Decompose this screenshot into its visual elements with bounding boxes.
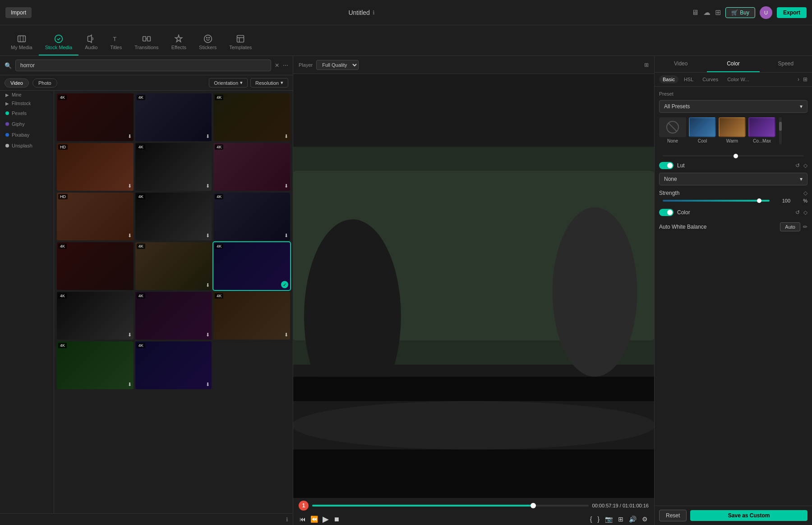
nav-tab-templates[interactable]: Templates: [223, 32, 258, 55]
tab-color[interactable]: Color: [707, 56, 759, 72]
sidebar-item-mine[interactable]: ▶ Mine: [0, 91, 54, 99]
sidebar-item-unsplash[interactable]: Unsplash: [0, 140, 54, 151]
settings-button[interactable]: ⚙: [641, 515, 649, 524]
strength-unit: %: [794, 198, 807, 203]
media-thumb-16[interactable]: 4K ⬇: [57, 341, 134, 389]
title-text: Untitled: [348, 9, 369, 16]
export-button[interactable]: Export: [777, 7, 807, 18]
fullscreen-button[interactable]: ⊞: [617, 515, 624, 524]
save-custom-button[interactable]: Save as Custom: [690, 510, 807, 521]
nav-tab-effects[interactable]: Effects: [165, 32, 193, 55]
progress-thumb[interactable]: [531, 503, 536, 508]
mark-in-button[interactable]: {: [589, 515, 593, 524]
nav-tab-stickers[interactable]: Stickers: [193, 32, 223, 55]
media-thumb-14[interactable]: 4K ⬇: [135, 292, 212, 340]
nav-tab-my-media[interactable]: My Media: [5, 32, 39, 55]
subtab-basic-label: Basic: [663, 77, 675, 82]
media-thumb-10[interactable]: 4K: [57, 242, 134, 290]
rewind-button[interactable]: ⏮: [299, 515, 307, 524]
lut-select[interactable]: None ▾: [659, 173, 807, 185]
nav-tab-transitions[interactable]: Transitions: [128, 32, 165, 55]
info-icon-grid[interactable]: ℹ: [286, 516, 288, 523]
check-icon: ✓: [281, 281, 288, 288]
eyedropper-icon[interactable]: ✏: [803, 224, 807, 230]
sidebar-item-filmstock[interactable]: ▶ Filmstock: [0, 99, 54, 108]
progress-bar[interactable]: [312, 505, 589, 507]
search-clear-icon[interactable]: ✕: [275, 62, 279, 69]
buy-button[interactable]: 🛒 Buy: [725, 7, 755, 18]
titles-icon: T: [111, 34, 120, 43]
share-icon[interactable]: ⊞: [715, 8, 721, 17]
cloud-icon[interactable]: ☁: [703, 8, 710, 17]
nav-tab-titles[interactable]: T Titles: [104, 32, 128, 55]
svg-point-8: [206, 37, 207, 38]
tab-speed[interactable]: Speed: [760, 56, 812, 72]
sidebar-item-pexels[interactable]: Pexels: [0, 108, 54, 119]
step-back-button[interactable]: ⏪: [309, 515, 319, 524]
strength-diamond-icon[interactable]: ◇: [803, 190, 807, 196]
preset-scrollbar[interactable]: [779, 117, 782, 144]
search-input[interactable]: [15, 60, 271, 71]
color-toggle[interactable]: [659, 209, 674, 216]
lut-toggle[interactable]: [659, 162, 674, 169]
subtab-curves[interactable]: Curves: [699, 75, 722, 83]
auto-wb-controls: Auto ✏: [780, 222, 807, 231]
all-presets-dropdown[interactable]: All Presets ▾: [659, 100, 807, 113]
media-thumb-15[interactable]: 4K ⬇: [213, 292, 290, 340]
subtab-basic[interactable]: Basic: [659, 75, 678, 83]
color-reset-icon[interactable]: ↺: [795, 209, 800, 216]
search-more-icon[interactable]: ⋯: [283, 62, 288, 69]
media-thumb-6[interactable]: 4K ⬇: [213, 143, 290, 191]
preset-warm-thumb: [719, 117, 746, 137]
media-thumb-12[interactable]: 4K ✓: [213, 242, 290, 290]
volume-button[interactable]: 🔊: [628, 515, 637, 524]
subtabs-grid-icon[interactable]: ⊞: [803, 76, 807, 83]
preset-cool[interactable]: Cool: [689, 117, 716, 143]
lut-diamond-icon[interactable]: ◇: [803, 162, 807, 169]
subtab-hsl[interactable]: HSL: [680, 75, 697, 83]
sidebar-item-giphy[interactable]: Giphy: [0, 119, 54, 129]
preset-intensity-slider[interactable]: [663, 155, 804, 157]
media-thumb-9[interactable]: 4K ⬇: [213, 193, 290, 240]
media-thumb-1[interactable]: 4K ⬇: [57, 93, 134, 141]
snapshot-button[interactable]: 📷: [604, 515, 614, 524]
badge-4k: 4K: [58, 244, 67, 249]
svg-rect-5: [143, 37, 146, 41]
nav-tab-audio[interactable]: Audio: [78, 32, 104, 55]
photo-filter-button[interactable]: Photo: [32, 78, 57, 88]
import-button[interactable]: Import: [5, 7, 32, 18]
mark-out-button[interactable]: }: [596, 515, 600, 524]
reset-button[interactable]: Reset: [659, 510, 687, 521]
subtabs-chevron-right[interactable]: ›: [798, 76, 799, 83]
stop-button[interactable]: ⏹: [332, 515, 341, 524]
media-thumb-11[interactable]: 4K ⬇: [135, 242, 212, 290]
avatar[interactable]: U: [760, 6, 772, 19]
preset-warm[interactable]: Warm: [719, 117, 746, 143]
lut-toggle-group: Lut: [659, 162, 685, 169]
auto-button[interactable]: Auto: [780, 222, 800, 231]
color-diamond-icon[interactable]: ◇: [803, 209, 807, 216]
lut-reset-icon[interactable]: ↺: [795, 162, 800, 169]
media-thumb-17[interactable]: 4K ⬇: [135, 341, 212, 389]
media-thumb-3[interactable]: 4K ⬇: [213, 93, 290, 141]
nav-tab-stock-media[interactable]: Stock Media: [39, 32, 79, 55]
subtab-colorw[interactable]: Color W...: [724, 75, 752, 83]
monitor-icon[interactable]: 🖥: [692, 9, 699, 17]
tab-video[interactable]: Video: [655, 56, 707, 72]
media-thumb-8[interactable]: 4K ⬇: [135, 193, 212, 240]
sidebar-item-pixabay[interactable]: Pixabay: [0, 129, 54, 140]
crop-icon[interactable]: ⊞: [644, 62, 649, 68]
preset-none[interactable]: None: [659, 117, 686, 143]
resolution-dropdown[interactable]: Resolution ▾: [250, 78, 288, 88]
video-filter-button[interactable]: Video: [5, 78, 29, 88]
strength-slider[interactable]: [663, 200, 770, 202]
quality-select[interactable]: Full Quality: [316, 60, 359, 70]
media-thumb-2[interactable]: 4K ⬇: [135, 93, 212, 141]
orientation-dropdown[interactable]: Orientation ▾: [209, 78, 248, 88]
media-thumb-4[interactable]: HD ⬇: [57, 143, 134, 191]
media-thumb-5[interactable]: 4K ⬇: [135, 143, 212, 191]
play-button[interactable]: ▶: [322, 513, 330, 525]
preset-comax[interactable]: Co...Max: [748, 117, 775, 143]
media-thumb-13[interactable]: 4K ⬇: [57, 292, 134, 340]
media-thumb-7[interactable]: HD ⬇: [57, 193, 134, 240]
